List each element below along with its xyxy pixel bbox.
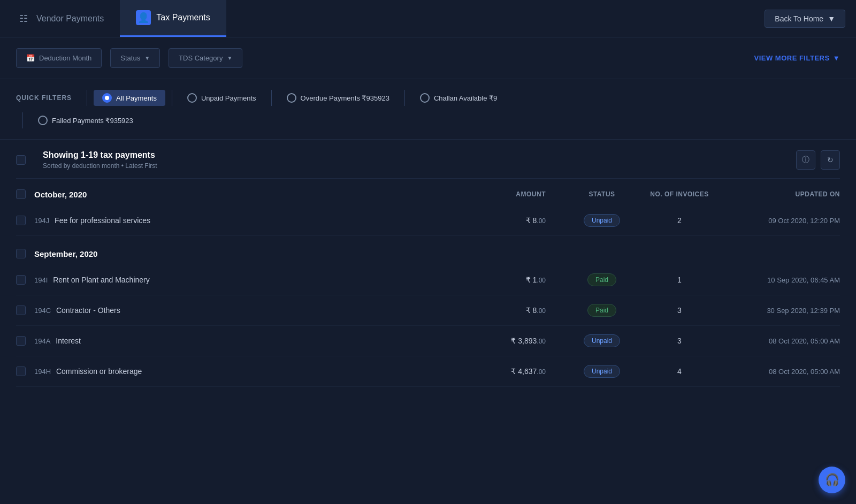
row-invoices: 3 bbox=[637, 306, 722, 315]
tds-category-label: TDS Category bbox=[179, 54, 223, 62]
row-desc-text: Rent on Plant and Machinery bbox=[53, 276, 150, 284]
challan-available-label: Challan Available ₹9 bbox=[434, 94, 497, 102]
amount-decimal: .00 bbox=[537, 277, 546, 284]
top-navigation: ☷ Vendor Payments 👤 Tax Payments Back To… bbox=[0, 0, 856, 37]
row-invoices: 3 bbox=[637, 337, 722, 345]
row-code: 194C bbox=[34, 307, 51, 315]
table-row[interactable]: 194C Contractor - Others ₹ 8.00 Paid 3 3… bbox=[16, 295, 840, 326]
row-status: Unpaid bbox=[567, 214, 637, 227]
back-button-label: Back To Home bbox=[775, 14, 823, 23]
row-checkbox[interactable] bbox=[16, 275, 26, 285]
row-status: Paid bbox=[567, 273, 637, 286]
table-row[interactable]: 194H Commission or brokerage ₹ 4,637.00 … bbox=[16, 356, 840, 387]
unpaid-payments-chip[interactable]: Unpaid Payments bbox=[179, 90, 265, 106]
status-label: Status bbox=[120, 54, 140, 62]
select-all-checkbox[interactable] bbox=[16, 155, 26, 165]
status-badge: Unpaid bbox=[584, 365, 620, 378]
view-more-filters-button[interactable]: VIEW MORE FILTERS ▼ bbox=[754, 54, 840, 62]
row-checkbox[interactable] bbox=[16, 306, 26, 315]
chevron-down-icon: ▼ bbox=[227, 55, 232, 61]
section-header-october: October, 2020 AMOUNT STATUS NO. OF INVOI… bbox=[16, 179, 840, 205]
status-badge: Unpaid bbox=[584, 214, 620, 227]
unpaid-payments-label: Unpaid Payments bbox=[201, 94, 256, 102]
row-code: 194H bbox=[34, 368, 51, 376]
row-updated: 10 Sep 2020, 06:45 AM bbox=[722, 276, 840, 284]
row-checkbox[interactable] bbox=[16, 366, 26, 376]
tds-category-filter[interactable]: TDS Category ▼ bbox=[169, 48, 242, 68]
help-button[interactable]: ⓘ bbox=[796, 150, 815, 170]
amount-main: ₹ 4,637 bbox=[511, 367, 537, 376]
separator bbox=[87, 90, 87, 106]
help-icon: ⓘ bbox=[802, 155, 809, 165]
status-badge: Paid bbox=[587, 273, 616, 286]
row-status: Paid bbox=[567, 304, 637, 317]
radio-button bbox=[287, 93, 296, 103]
fab-button[interactable]: 🎧 bbox=[819, 467, 845, 493]
table-row[interactable]: 194J Fee for professional services ₹ 8.0… bbox=[16, 205, 840, 236]
table-row[interactable]: 194A Interest ₹ 3,893.00 Unpaid 3 08 Oct… bbox=[16, 326, 840, 356]
radio-inner bbox=[105, 96, 109, 100]
results-header: Showing 1-19 tax payments Sorted by dedu… bbox=[16, 150, 840, 179]
overdue-payments-chip[interactable]: Overdue Payments ₹935923 bbox=[278, 90, 398, 106]
chevron-down-icon: ▼ bbox=[833, 54, 840, 62]
section-checkbox-october[interactable] bbox=[16, 189, 26, 199]
row-invoices: 4 bbox=[637, 367, 722, 376]
tax-tab-label: Tax Payments bbox=[156, 13, 210, 22]
row-description: 194J Fee for professional services bbox=[34, 216, 492, 225]
quick-filters-bar: QUICK FILTERS All Payments Unpaid Paymen… bbox=[0, 79, 856, 140]
chevron-down-icon: ▼ bbox=[144, 55, 150, 61]
separator bbox=[404, 90, 405, 106]
amount-decimal: .00 bbox=[537, 217, 546, 225]
quick-filters-label: QUICK FILTERS bbox=[16, 94, 72, 102]
view-more-label: VIEW MORE FILTERS bbox=[754, 54, 829, 62]
amount-main: ₹ 8 bbox=[526, 306, 537, 315]
row-desc-text: Commission or brokerage bbox=[56, 367, 142, 376]
row-desc-text: Contractor - Others bbox=[56, 306, 120, 315]
amount-decimal: .00 bbox=[537, 307, 546, 315]
status-filter[interactable]: Status ▼ bbox=[110, 48, 160, 68]
row-amount: ₹ 1.00 bbox=[492, 276, 567, 284]
separator bbox=[22, 112, 23, 128]
radio-button bbox=[102, 93, 112, 103]
separator bbox=[172, 90, 172, 106]
amount-main: ₹ 8 bbox=[526, 216, 537, 225]
table-row[interactable]: 194I Rent on Plant and Machinery ₹ 1.00 … bbox=[16, 265, 840, 295]
deduction-month-filter[interactable]: 📅 Deduction Month bbox=[16, 48, 102, 68]
row-updated: 08 Oct 2020, 05:00 AM bbox=[722, 368, 840, 376]
row-updated: 30 Sep 2020, 12:39 PM bbox=[722, 307, 840, 315]
results-title: Showing 1-19 tax payments bbox=[43, 150, 157, 160]
col-header-updated: UPDATED ON bbox=[722, 190, 840, 198]
all-payments-label: All Payments bbox=[116, 94, 157, 102]
row-amount: ₹ 3,893.00 bbox=[492, 337, 567, 345]
section-header-september: September, 2020 bbox=[16, 236, 840, 265]
radio-button bbox=[420, 93, 430, 103]
row-amount: ₹ 8.00 bbox=[492, 306, 567, 315]
failed-payments-chip[interactable]: Failed Payments ₹935923 bbox=[29, 112, 142, 128]
row-description: 194I Rent on Plant and Machinery bbox=[34, 276, 492, 284]
failed-payments-label: Failed Payments ₹935923 bbox=[52, 117, 133, 125]
col-header-amount: AMOUNT bbox=[492, 190, 567, 198]
row-invoices: 2 bbox=[637, 216, 722, 225]
row-status: Unpaid bbox=[567, 365, 637, 378]
col-header-status: STATUS bbox=[567, 190, 637, 198]
row-code: 194I bbox=[34, 276, 48, 284]
all-payments-chip[interactable]: All Payments bbox=[94, 90, 165, 106]
deduction-month-label: Deduction Month bbox=[39, 54, 91, 62]
amount-decimal: .00 bbox=[537, 368, 546, 376]
section-checkbox-september[interactable] bbox=[16, 249, 26, 258]
vendor-payments-tab[interactable]: ☷ Vendor Payments bbox=[0, 0, 120, 37]
back-to-home-button[interactable]: Back To Home ▼ bbox=[765, 10, 845, 28]
headset-icon: 🎧 bbox=[825, 473, 839, 487]
row-description: 194H Commission or brokerage bbox=[34, 367, 492, 376]
refresh-button[interactable]: ↻ bbox=[821, 150, 840, 170]
tax-payments-tab[interactable]: 👤 Tax Payments bbox=[120, 0, 226, 37]
refresh-icon: ↻ bbox=[827, 156, 834, 164]
challan-available-chip[interactable]: Challan Available ₹9 bbox=[411, 90, 506, 106]
filter-bar: 📅 Deduction Month Status ▼ TDS Category … bbox=[0, 37, 856, 79]
section-october-2020: October, 2020 AMOUNT STATUS NO. OF INVOI… bbox=[16, 179, 840, 236]
chevron-down-icon: ▼ bbox=[828, 14, 835, 23]
row-checkbox[interactable] bbox=[16, 336, 26, 346]
col-header-invoices: NO. OF INVOICES bbox=[637, 190, 722, 198]
row-checkbox[interactable] bbox=[16, 216, 26, 225]
status-badge: Unpaid bbox=[584, 334, 620, 347]
